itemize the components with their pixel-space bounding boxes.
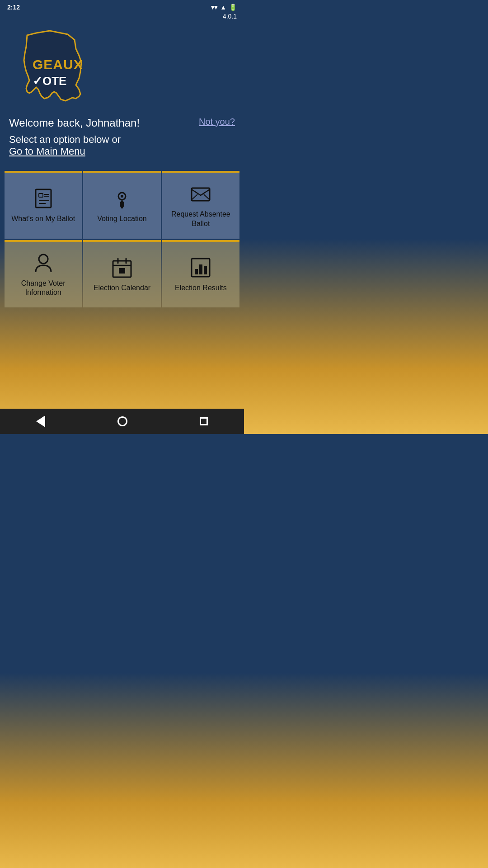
svg-text:GEAUX: GEAUX <box>33 57 83 72</box>
svg-rect-10 <box>192 188 210 201</box>
election-calendar-button[interactable]: Election Calendar <box>83 240 160 308</box>
back-arrow-icon <box>36 415 45 427</box>
not-you-link[interactable]: Not you? <box>199 117 235 127</box>
svg-rect-18 <box>195 269 198 274</box>
home-nav-button[interactable] <box>108 413 136 430</box>
voting-location-button[interactable]: Voting Location <box>83 171 160 239</box>
request-absentee-label: Request Absentee Ballot <box>167 210 235 229</box>
person-icon <box>32 252 55 274</box>
envelope-icon <box>189 183 212 205</box>
election-results-button[interactable]: Election Results <box>162 240 239 308</box>
home-circle-icon <box>117 416 127 426</box>
welcome-greeting: Welcome back, Johnathan! <box>9 117 140 129</box>
svg-rect-3 <box>39 193 43 197</box>
location-pin-icon <box>111 187 133 210</box>
chart-icon <box>189 256 212 279</box>
louisiana-logo-svg: GEAUX ✓OTE <box>9 26 88 103</box>
svg-point-11 <box>39 255 48 264</box>
back-nav-button[interactable] <box>27 412 54 431</box>
signal-icon: ▲ <box>220 4 226 11</box>
recent-square-icon <box>200 417 208 425</box>
battery-icon: 🔋 <box>229 4 237 11</box>
whats-on-ballot-button[interactable]: What's on My Ballot <box>5 171 82 239</box>
recent-nav-button[interactable] <box>191 414 217 429</box>
svg-rect-16 <box>119 268 125 274</box>
whats-on-ballot-label: What's on My Ballot <box>11 214 75 224</box>
svg-rect-19 <box>199 264 202 274</box>
time-display: 2:12 <box>7 4 20 11</box>
main-menu-link[interactable]: Go to Main Menu <box>9 146 85 157</box>
svg-rect-20 <box>204 266 207 274</box>
svg-rect-2 <box>36 189 51 208</box>
change-voter-info-label: Change Voter Information <box>9 279 77 298</box>
welcome-section: Welcome back, Johnathan! Not you? Select… <box>0 108 244 162</box>
request-absentee-button[interactable]: Request Absentee Ballot <box>162 171 239 239</box>
change-voter-info-button[interactable]: Change Voter Information <box>5 240 82 308</box>
svg-point-9 <box>121 195 123 198</box>
svg-text:✓OTE: ✓OTE <box>33 74 66 88</box>
app-logo: GEAUX ✓OTE <box>9 26 88 103</box>
wifi-icon: ▾▾ <box>211 4 217 11</box>
bottom-navigation <box>0 409 244 434</box>
status-bar: 2:12 ▾▾ ▲ 🔋 <box>0 0 244 13</box>
action-buttons-grid: What's on My Ballot Voting Location Requ… <box>0 166 244 312</box>
election-results-label: Election Results <box>175 283 227 293</box>
select-prompt: Select an option below or <box>9 134 121 145</box>
voting-location-label: Voting Location <box>97 214 146 224</box>
election-calendar-label: Election Calendar <box>94 283 150 293</box>
status-icons: ▾▾ ▲ 🔋 <box>211 4 237 11</box>
logo-area: GEAUX ✓OTE <box>0 22 244 108</box>
calendar-icon <box>111 256 133 279</box>
version-label: 4.0.1 <box>0 13 244 22</box>
ballot-icon <box>32 187 55 210</box>
